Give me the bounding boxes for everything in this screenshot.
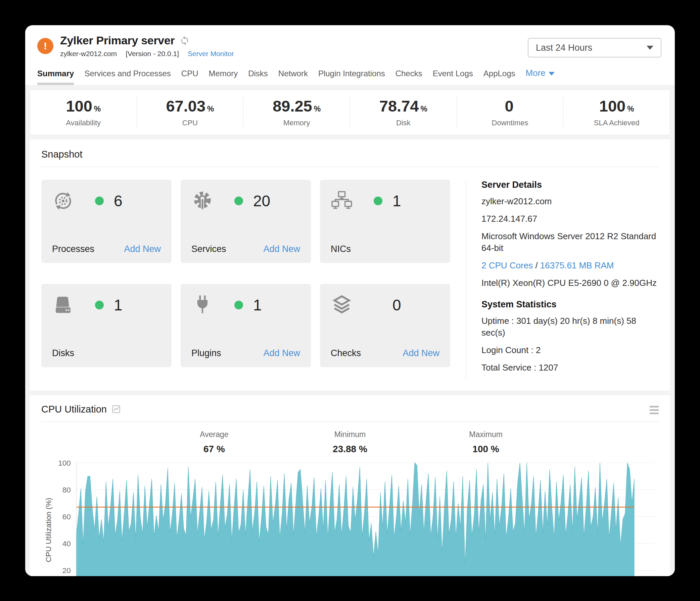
stat-value: 67 % xyxy=(146,444,282,455)
server-details-title: Server Details xyxy=(481,180,659,190)
kpi-label: SLA Achieved xyxy=(564,119,670,127)
tab-plugin-integrations[interactable]: Plugin Integrations xyxy=(318,69,385,85)
kpi-memory: 89.25% Memory xyxy=(243,97,350,127)
plugins-icon xyxy=(191,294,214,316)
chart-stat-minimum: Minimum 23.88 % xyxy=(282,430,418,455)
plugins-count: 1 xyxy=(253,296,262,314)
divider xyxy=(41,167,659,167)
processes-card: 6 Processes Add New xyxy=(41,180,172,263)
snapshot-title: Snapshot xyxy=(41,149,659,160)
separator: / xyxy=(535,260,538,270)
snapshot-cards: 6 Processes Add New xyxy=(41,180,450,379)
agent-version: [Version - 20.0.1] xyxy=(126,50,179,58)
time-range-select[interactable]: Last 24 Hours xyxy=(528,38,661,57)
cpu-cores-link[interactable]: 2 CPU Cores xyxy=(481,260,533,270)
chevron-down-icon xyxy=(647,46,653,50)
kpi-unit: % xyxy=(94,104,101,113)
snapshot-section: Snapshot xyxy=(30,139,670,391)
svg-text:80: 80 xyxy=(62,486,71,494)
tab-event-logs[interactable]: Event Logs xyxy=(433,69,473,85)
refresh-icon[interactable] xyxy=(180,35,190,46)
login-count: Login Count : 2 xyxy=(481,344,659,356)
nics-count: 1 xyxy=(393,192,401,210)
processes-icon xyxy=(52,190,74,212)
tab-services-and-processes[interactable]: Services and Processes xyxy=(84,69,171,85)
page-header: ! Zylker Primary server zylker-w2012.com… xyxy=(25,25,675,58)
card-name: Processes xyxy=(52,244,94,254)
tab-applogs[interactable]: AppLogs xyxy=(483,69,515,85)
tab-summary[interactable]: Summary xyxy=(37,69,74,85)
page-title: Zylker Primary server xyxy=(60,34,175,47)
nics-card: 1 NICs xyxy=(320,180,450,263)
system-statistics-title: System Statistics xyxy=(481,299,659,310)
chart-popout-icon[interactable] xyxy=(111,405,121,414)
tab-cpu[interactable]: CPU xyxy=(181,69,198,85)
kpi-value: 89.25 xyxy=(273,97,312,115)
monitor-window: ! Zylker Primary server zylker-w2012.com… xyxy=(25,25,675,576)
card-name: Disks xyxy=(52,348,74,358)
status-up-dot xyxy=(234,300,243,309)
checks-icon xyxy=(331,294,353,316)
card-name: Checks xyxy=(331,348,361,358)
ram-link[interactable]: 16375.61 MB RAM xyxy=(540,260,614,270)
tab-checks[interactable]: Checks xyxy=(396,69,422,85)
kpi-label: CPU xyxy=(137,119,243,127)
kpi-value: 100 xyxy=(599,97,625,115)
disks-card: 1 Disks xyxy=(41,284,172,367)
kpi-unit: % xyxy=(420,104,427,113)
status-up-dot xyxy=(95,196,104,205)
kpi-label: Disk xyxy=(350,119,457,127)
status-up-dot xyxy=(95,300,104,309)
divider xyxy=(41,422,659,422)
svg-text:100: 100 xyxy=(58,459,71,467)
add-new-service-link[interactable]: Add New xyxy=(263,244,300,254)
kpi-value: 67.03 xyxy=(166,97,205,115)
stat-value: 100 % xyxy=(418,444,554,455)
tab-bar: Summary Services and Processes CPU Memor… xyxy=(37,68,663,85)
chart-stats: Average 67 % Minimum 23.88 % Maximum 100… xyxy=(41,430,659,455)
kpi-unit: % xyxy=(207,104,214,113)
chart-stat-maximum: Maximum 100 % xyxy=(418,430,554,455)
chart-stat-average: Average 67 % xyxy=(146,430,282,455)
server-processor: Intel(R) Xeon(R) CPU E5-2690 0 @ 2.90GHz xyxy=(481,277,659,289)
plugins-card: 1 Plugins Add New xyxy=(181,284,311,367)
kpi-value: 100 xyxy=(66,97,92,115)
monitor-type-link[interactable]: Server Monitor xyxy=(188,50,234,58)
page-content: 100% Availability 67.03% CPU 89.25% Memo… xyxy=(25,85,675,576)
disks-count: 1 xyxy=(114,296,123,314)
nics-icon xyxy=(331,190,353,212)
cpu-utilization-section: CPU Utilization Average 67 % Minimum xyxy=(30,395,670,576)
status-up-dot xyxy=(374,196,382,205)
add-new-plugin-link[interactable]: Add New xyxy=(263,348,300,358)
chart-menu-icon[interactable] xyxy=(650,405,659,414)
kpi-label: Downtimes xyxy=(457,119,564,127)
kpi-label: Availability xyxy=(30,119,136,127)
cpu-utilization-chart[interactable]: 02040608010008:0009:0010:0011:0012:0013:… xyxy=(41,457,659,576)
stat-label: Minimum xyxy=(282,430,418,439)
kpi-availability: 100% Availability xyxy=(30,97,136,127)
uptime: Uptime : 301 day(s) 20 hr(s) 8 min(s) 58… xyxy=(481,315,659,339)
kpi-value: 0 xyxy=(505,97,513,115)
checks-card: 0 Checks Add New xyxy=(320,284,450,367)
tab-more[interactable]: More xyxy=(526,68,555,85)
server-os: Microsoft Windows Server 2012 R2 Standar… xyxy=(481,231,659,254)
alert-status-icon: ! xyxy=(37,38,53,54)
tab-disks[interactable]: Disks xyxy=(248,69,268,85)
tab-memory[interactable]: Memory xyxy=(209,69,238,85)
chart-title: CPU Utilization xyxy=(41,404,107,415)
kpi-unit: % xyxy=(314,104,321,113)
svg-text:20: 20 xyxy=(62,567,71,575)
tab-network[interactable]: Network xyxy=(278,69,308,85)
checks-count: 0 xyxy=(393,296,401,314)
stat-value: 23.88 % xyxy=(282,444,418,455)
add-new-check-link[interactable]: Add New xyxy=(403,348,440,358)
svg-text:60: 60 xyxy=(62,513,71,521)
add-new-process-link[interactable]: Add New xyxy=(124,244,161,254)
total-service: Total Service : 1207 xyxy=(481,362,659,374)
server-hostname: zylker-w2012.com xyxy=(481,195,659,207)
chevron-down-icon xyxy=(549,72,555,76)
card-name: NICs xyxy=(331,244,351,254)
kpi-label: Memory xyxy=(243,119,350,127)
hostname: zylker-w2012.com xyxy=(60,50,117,58)
status-up-dot xyxy=(234,196,243,205)
